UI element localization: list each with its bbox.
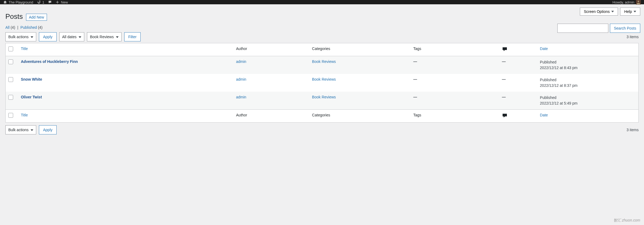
post-author-link[interactable]: admin	[236, 59, 246, 64]
column-title-header[interactable]: Title	[21, 47, 28, 51]
post-title-link[interactable]: Adventures of Huckleberry Finn	[21, 59, 78, 64]
post-category-link[interactable]: Book Reviews	[312, 77, 336, 81]
new-content-link[interactable]: New	[56, 0, 68, 4]
post-author-link[interactable]: admin	[236, 77, 246, 81]
post-author-link[interactable]: admin	[236, 95, 246, 99]
column-title-footer[interactable]: Title	[21, 113, 28, 117]
post-title-link[interactable]: Snow White	[21, 77, 42, 81]
table-row: Adventures of Huckleberry FinnadminBook …	[6, 56, 639, 74]
search-posts-button[interactable]: Search Posts	[610, 24, 640, 33]
caret-down-icon	[634, 11, 636, 12]
updates-link[interactable]: 1	[37, 0, 44, 4]
item-count-top: 3 items	[627, 35, 639, 39]
separator: |	[16, 25, 19, 30]
category-label: Book Reviews	[90, 35, 114, 39]
apply-button-top[interactable]: Apply	[39, 32, 56, 41]
filter-published-count: (4)	[38, 25, 42, 30]
admin-toolbar: The Playground 1 New Howdy, admin	[0, 0, 644, 4]
post-date-cell: Published2022/12/12 at 5:49 pm	[537, 92, 638, 110]
refresh-icon	[37, 0, 41, 4]
filter-button[interactable]: Filter	[124, 32, 141, 41]
apply-button-bottom[interactable]: Apply	[39, 125, 56, 134]
status-filters: All (4) | Published (4)	[5, 25, 639, 30]
updates-count: 1	[42, 0, 44, 4]
dates-label: All dates	[62, 35, 77, 39]
column-date-footer[interactable]: Date	[540, 113, 548, 117]
filter-published-link[interactable]: Published	[20, 25, 37, 30]
row-checkbox[interactable]	[8, 77, 13, 82]
site-name-label: The Playground	[9, 0, 33, 4]
table-row: Oliver TwistadminBook Reviews——Published…	[6, 92, 639, 110]
posts-table: Title Author Categories Tags Date Advent…	[5, 43, 639, 123]
post-comments-value: —	[502, 59, 506, 64]
table-row: Snow WhiteadminBook Reviews——Published20…	[6, 74, 639, 92]
column-author-header: Author	[233, 43, 309, 56]
plus-icon	[56, 0, 59, 4]
filter-all-link[interactable]: All	[5, 25, 10, 30]
row-checkbox[interactable]	[8, 59, 13, 64]
select-all-checkbox-bottom[interactable]	[8, 113, 13, 118]
home-icon	[3, 0, 7, 4]
help-label: Help	[624, 9, 632, 14]
item-count-bottom: 3 items	[627, 128, 639, 132]
dates-select[interactable]: All dates	[59, 32, 85, 41]
post-category-link[interactable]: Book Reviews	[312, 59, 336, 64]
post-date-cell: Published2022/12/12 at 8:37 pm	[537, 74, 638, 92]
howdy-link[interactable]: Howdy, admin	[613, 0, 641, 5]
post-tags-value: —	[413, 59, 417, 64]
post-tags-value: —	[413, 95, 417, 99]
bulk-actions-label-bottom: Bulk actions	[8, 128, 28, 132]
screen-options-button[interactable]: Screen Options	[580, 8, 618, 16]
column-categories-footer: Categories	[309, 109, 411, 122]
comment-icon	[502, 113, 507, 119]
bulk-actions-select-bottom[interactable]: Bulk actions	[5, 125, 36, 134]
avatar-icon	[636, 0, 641, 5]
column-tags-header: Tags	[411, 43, 499, 56]
column-tags-footer: Tags	[411, 109, 499, 122]
page-title: Posts	[5, 7, 23, 21]
post-title-link[interactable]: Oliver Twist	[21, 95, 42, 99]
new-label: New	[61, 0, 68, 4]
column-categories-header: Categories	[309, 43, 411, 56]
add-new-button[interactable]: Add New	[26, 14, 47, 21]
post-comments-value: —	[502, 77, 506, 81]
select-all-checkbox-top[interactable]	[8, 47, 13, 51]
comment-icon	[502, 47, 507, 53]
post-tags-value: —	[413, 77, 417, 81]
column-author-footer: Author	[233, 109, 309, 122]
howdy-text: Howdy, admin	[613, 0, 634, 4]
column-date-header[interactable]: Date	[540, 47, 548, 51]
post-category-link[interactable]: Book Reviews	[312, 95, 336, 99]
post-date-cell: Published2022/12/12 at 8:43 pm	[537, 56, 638, 74]
search-input[interactable]	[557, 24, 608, 33]
row-checkbox[interactable]	[8, 95, 13, 100]
screen-options-label: Screen Options	[584, 9, 610, 14]
site-name-link[interactable]: The Playground	[3, 0, 33, 4]
bulk-actions-select[interactable]: Bulk actions	[5, 32, 36, 41]
comments-link[interactable]	[48, 0, 52, 4]
svg-point-1	[638, 1, 639, 2]
category-select[interactable]: Book Reviews	[87, 32, 122, 41]
bulk-actions-label: Bulk actions	[8, 35, 28, 39]
caret-down-icon	[611, 11, 614, 12]
comment-icon	[48, 0, 52, 4]
filter-all-count: (4)	[10, 25, 15, 30]
help-button[interactable]: Help	[620, 8, 640, 16]
post-comments-value: —	[502, 95, 506, 99]
